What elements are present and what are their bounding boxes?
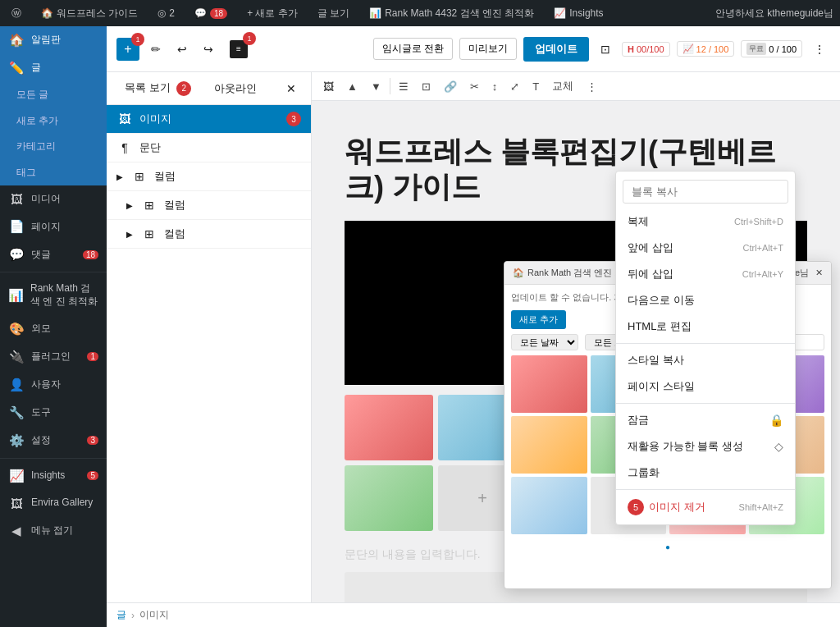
ctx-sep-1 (616, 343, 795, 344)
link-btn[interactable]: 🔗 (439, 77, 462, 96)
view-toggle-button[interactable]: ⊡ (596, 38, 615, 61)
columns-block-icon: ⊞ (131, 170, 148, 183)
replace-btn[interactable]: ↕ (487, 77, 503, 96)
add-block-badge: 1 (131, 33, 144, 46)
ctx-item-page-style[interactable]: 페이지 스타일 (616, 373, 795, 400)
rankmath-link[interactable]: 📊 Rank Math 4432 검색 엔진 최적화 (364, 0, 539, 26)
media-thumb-1[interactable] (511, 355, 587, 413)
customize-icon: ◎ (158, 7, 166, 19)
tab-list-view[interactable]: 목록 보기 2 (116, 76, 199, 101)
rankmath-icon: 📊 (369, 7, 381, 19)
media-thumb-9[interactable] (511, 477, 587, 534)
replace-text-btn[interactable]: 교체 (547, 76, 578, 97)
tab-outline[interactable]: 아웃라인 (206, 76, 265, 101)
sidebar-item-media[interactable]: 🖼 미디어 (0, 185, 107, 213)
block-editor-button[interactable]: ≡ 1 (225, 35, 253, 63)
sidebar-item-categories[interactable]: 카테고리 (8, 134, 107, 160)
customize-link[interactable]: ◎ 2 (153, 0, 180, 26)
sidebar-item-all-posts[interactable]: 모든 글 (8, 82, 107, 108)
undo-button[interactable]: ↩ (172, 38, 192, 61)
preview-button[interactable]: 미리보기 (459, 38, 517, 60)
ctx-item-group[interactable]: 그룹화 (616, 460, 795, 486)
block-item-paragraph[interactable]: ¶ 문단 (107, 134, 311, 162)
update-button[interactable]: 업데이트 (523, 37, 589, 62)
redo-button[interactable]: ↪ (199, 38, 218, 61)
popup-date-select[interactable]: 모든 날짜 (511, 334, 578, 350)
editor-canvas: 🖼 ▲ ▼ ☰ ⊡ 🔗 ✂ ↕ ⤢ T 교체 ⋮ 워드프레스 블록편집기(구텐베… (312, 72, 840, 602)
sidebar-item-appearance[interactable]: 🎨 외모 (0, 315, 107, 343)
admin-sidebar: 🏠 알림판 ✏️ 글 모든 글 새로 추가 카테고리 태그 🖼 미디어 📄 페이… (0, 26, 107, 627)
close-panel-button[interactable]: ✕ (281, 77, 301, 100)
rankmath-score-h[interactable]: H 00/100 (622, 42, 670, 57)
block-item-column-1[interactable]: ▶ ⊞ 컬럼 (107, 191, 311, 220)
sidebar-item-envira[interactable]: 🖼 Envira Gallery (0, 490, 107, 517)
more-options-button[interactable]: ⋮ (809, 38, 830, 61)
tools-button[interactable]: ✏ (146, 38, 166, 61)
ctx-item-html-edit[interactable]: HTML로 편집 (616, 314, 795, 340)
comments-icon: 💬 (194, 7, 207, 19)
draft-button[interactable]: 임시글로 전환 (373, 38, 453, 60)
ctx-item-lock[interactable]: 잠금 🔒 (616, 407, 795, 433)
sidebar-item-users[interactable]: 👤 사용자 (0, 371, 107, 399)
close-icon: ✕ (286, 82, 296, 95)
block-item-columns[interactable]: ▶ ⊞ 컬럼 (107, 162, 311, 191)
image-icon-btn[interactable]: 🖼 (318, 77, 339, 96)
chevron-down-btn[interactable]: ▼ (366, 77, 386, 96)
rankmath-score-r[interactable]: 📈 12 / 100 (677, 41, 735, 57)
sidebar-item-dashboard[interactable]: 🏠 알림판 (0, 26, 107, 54)
column-2-icon: ⊞ (141, 227, 158, 240)
sidebar-item-rankmath[interactable]: 📊 Rank Math 검색 엔 진 최적화 (0, 276, 107, 314)
site-name[interactable]: 🏠 워드프레스 가이드 (36, 0, 143, 26)
breadcrumb-current: 이미지 (139, 608, 169, 622)
insights-icon: 📈 (554, 7, 566, 19)
toolbar-more-btn[interactable]: ⋮ (582, 77, 602, 96)
align-center-btn[interactable]: ⊡ (417, 77, 436, 96)
sidebar-item-tools[interactable]: 🔧 도구 (0, 399, 107, 427)
undo-icon: ↩ (177, 43, 187, 56)
sidebar-item-pages[interactable]: 📄 페이지 (0, 213, 107, 240)
expand-btn[interactable]: ⤢ (505, 77, 524, 96)
block-item-image[interactable]: 🖼 이미지 3 (107, 105, 311, 134)
sidebar-item-insights[interactable]: 📈 Insights 5 (0, 462, 107, 490)
popup-close-icon[interactable]: ✕ (815, 268, 823, 278)
comments-link[interactable]: 💬 18 (189, 0, 232, 26)
block-item-column-2[interactable]: ▶ ⊞ 컬럼 (107, 220, 311, 249)
new-content-link[interactable]: + 새로 추가 (242, 0, 303, 26)
block-editor-badge: 1 (243, 32, 256, 45)
ctx-item-reuse[interactable]: 재활용 가능한 블록 생성 ◇ (616, 433, 795, 460)
popup-add-button[interactable]: 새로 추가 (511, 310, 566, 329)
thumb-1 (345, 395, 433, 460)
ctx-item-insert-after[interactable]: 뒤에 삽입 Ctrl+Alt+Y (616, 261, 795, 287)
pencil-icon: ✏ (151, 43, 161, 56)
chevron-up-btn[interactable]: ▲ (342, 77, 363, 96)
ctx-item-copy-style[interactable]: 스타일 복사 (616, 347, 795, 373)
view-post-link[interactable]: 글 보기 (313, 0, 354, 26)
sidebar-item-add-post[interactable]: 새로 추가 (8, 108, 107, 135)
ctx-item-move-to[interactable]: 다음으로 이동 (616, 287, 795, 314)
sidebar-item-plugins[interactable]: 🔌 플러그인 1 (0, 343, 107, 371)
rankmath-score-no[interactable]: 무료 0 / 100 (741, 40, 802, 57)
sidebar-item-tags[interactable]: 태그 (8, 160, 107, 186)
adminbar-right: 안녕하세요 kthemeguide님 (715, 7, 833, 21)
add-block-button[interactable]: + 1 (116, 38, 139, 61)
sidebar-item-posts[interactable]: ✏️ 글 (0, 54, 107, 82)
ctx-item-insert-before[interactable]: 앞에 삽입 Ctrl+Alt+T (616, 235, 795, 261)
sidebar-item-comments[interactable]: 💬 댓글 18 (0, 240, 107, 268)
insights-link[interactable]: 📈 Insights (549, 0, 608, 26)
chart-icon: 📈 (682, 43, 694, 54)
breadcrumb-posts-link[interactable]: 글 (116, 608, 126, 622)
site-home-icon: 🏠 (41, 7, 53, 19)
sidebar-item-collapse[interactable]: ◀ 메뉴 접기 (0, 517, 107, 545)
settings-icon: ⚙️ (8, 433, 25, 448)
sidebar-item-settings[interactable]: ⚙️ 설정 3 (0, 427, 107, 455)
align-left-btn[interactable]: ☰ (394, 77, 413, 96)
expand-arrow-3-icon: ▶ (126, 230, 133, 239)
insights-sidebar-icon: 📈 (8, 469, 25, 483)
wp-logo-menu[interactable]: ⓦ (7, 0, 26, 26)
text-btn[interactable]: T (527, 77, 544, 96)
ctx-item-duplicate[interactable]: 복제 Ctrl+Shift+D (616, 208, 795, 235)
media-thumb-5[interactable] (511, 416, 587, 474)
crop-btn[interactable]: ✂ (465, 77, 484, 96)
context-menu-search[interactable] (623, 180, 788, 204)
ctx-item-remove-image[interactable]: 5 이미지 제거 Shift+Alt+Z (616, 493, 795, 521)
